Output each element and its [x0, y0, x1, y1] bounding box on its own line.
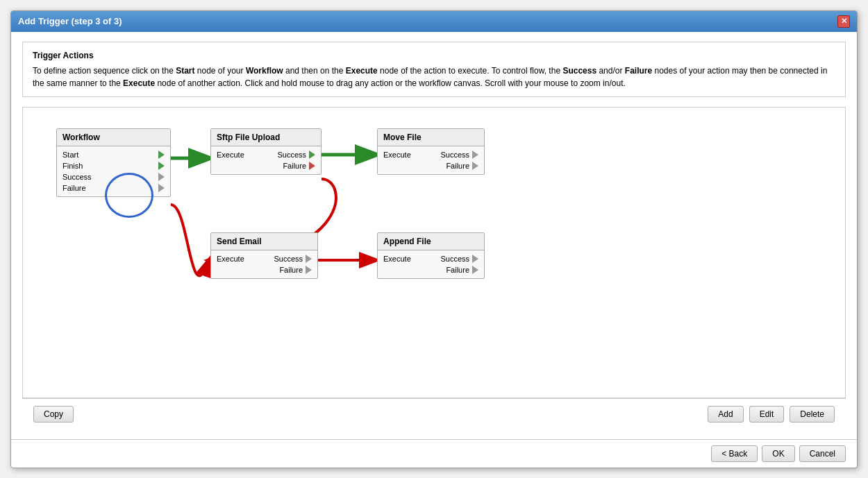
delete-button[interactable]: Delete: [790, 406, 835, 422]
dialog-title: Add Trigger (step 3 of 3): [18, 16, 122, 26]
email-node-title: Send Email: [211, 233, 317, 250]
workflow-success-port: [158, 173, 165, 181]
workflow-failure-row: Failure: [62, 184, 165, 192]
sftp-node-body: Execute Success Failure: [211, 146, 321, 174]
move-node[interactable]: Move File Execute Success Failure: [377, 128, 485, 175]
email-node[interactable]: Send Email Execute Success Failure: [210, 232, 318, 279]
append-execute-row: Execute Success: [383, 255, 478, 263]
append-failure-row: Failure: [383, 266, 478, 274]
workflow-success-row: Success: [62, 173, 165, 181]
copy-button[interactable]: Copy: [33, 406, 74, 422]
add-trigger-dialog: Add Trigger (step 3 of 3) ✕ Trigger Acti…: [10, 10, 858, 468]
add-button[interactable]: Add: [708, 406, 743, 422]
email-failure-row: Failure: [217, 266, 312, 274]
email-execute-row: Execute Success: [217, 255, 312, 263]
sftp-failure-row: Failure: [217, 162, 315, 170]
footer-bar: < Back OK Cancel: [11, 439, 857, 468]
append-node-body: Execute Success Failure: [378, 250, 484, 278]
move-node-body: Execute Success Failure: [378, 146, 484, 174]
append-success-port: [472, 255, 478, 263]
email-node-body: Execute Success Failure: [211, 250, 317, 278]
append-node[interactable]: Append File Execute Success Failure: [377, 232, 485, 279]
append-node-title: Append File: [378, 233, 484, 250]
info-title: Trigger Actions: [33, 49, 835, 62]
left-buttons: Copy: [33, 406, 74, 422]
canvas-area[interactable]: Workflow Start Finish Success: [22, 107, 846, 398]
cancel-button[interactable]: Cancel: [799, 445, 846, 462]
workflow-start-port: [158, 151, 165, 159]
sftp-node-title: Sftp File Upload: [211, 129, 321, 146]
ok-button[interactable]: OK: [762, 445, 794, 462]
back-button[interactable]: < Back: [711, 445, 758, 462]
sftp-success-port: [309, 151, 315, 159]
info-section: Trigger Actions To define action sequenc…: [22, 42, 846, 97]
email-failure-port: [306, 266, 312, 274]
email-success-port: [306, 255, 312, 263]
workflow-node[interactable]: Workflow Start Finish Success: [56, 128, 171, 197]
append-failure-port: [472, 266, 478, 274]
sftp-node[interactable]: Sftp File Upload Execute Success Failure: [210, 128, 322, 175]
move-failure-port: [472, 162, 478, 170]
workflow-finish-port: [158, 162, 165, 170]
close-button[interactable]: ✕: [837, 15, 850, 28]
move-node-title: Move File: [378, 129, 484, 146]
bottom-toolbar: Copy Add Edit Delete: [22, 398, 846, 429]
move-success-port: [472, 151, 478, 159]
workflow-node-title: Workflow: [57, 129, 170, 146]
move-execute-row: Execute Success: [383, 151, 478, 159]
right-buttons: Add Edit Delete: [708, 406, 835, 422]
workflow-failure-port: [158, 184, 165, 192]
sftp-execute-row: Execute Success: [217, 151, 315, 159]
workflow-start-row: Start: [62, 151, 165, 159]
sftp-failure-port: [309, 162, 315, 170]
move-failure-row: Failure: [383, 162, 478, 170]
workflow-finish-row: Finish: [62, 162, 165, 170]
info-description: To define action sequence click on the S…: [33, 65, 835, 89]
title-bar: Add Trigger (step 3 of 3) ✕: [11, 11, 857, 32]
edit-button[interactable]: Edit: [749, 406, 785, 422]
dialog-body: Trigger Actions To define action sequenc…: [11, 32, 857, 439]
workflow-node-body: Start Finish Success Failure: [57, 146, 170, 196]
